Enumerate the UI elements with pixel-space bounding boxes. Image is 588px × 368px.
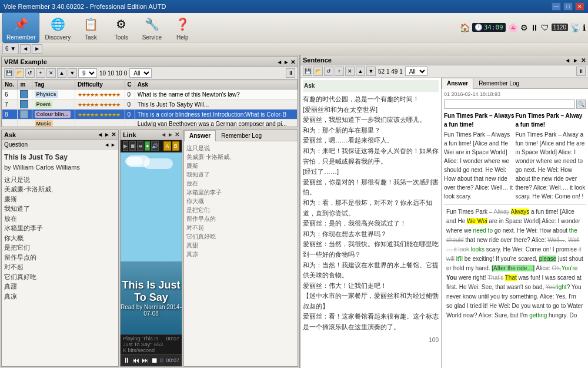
- sent-btn-up[interactable]: ▲: [356, 67, 365, 76]
- highlight-always: Always: [511, 208, 530, 215]
- sentence-main: Ask 有趣的时代公园，总是一个有趣的时间！ [爱丽丝和和为在太空世界] 爱丽丝…: [300, 78, 588, 368]
- menu-remember[interactable]: 📌 Remember: [2, 12, 39, 43]
- next-btn[interactable]: ⏭: [142, 356, 149, 364]
- table-row[interactable]: 8 Colour blin... ★★★★★ ★★★★★ 0 This is a…: [2, 110, 298, 120]
- vrm-btn-refresh[interactable]: ↺: [25, 68, 35, 78]
- tab-remember-log[interactable]: Remember Log: [216, 130, 267, 141]
- flower-icon[interactable]: 🌸: [508, 23, 518, 32]
- col-m: m: [18, 80, 32, 89]
- ask-header: Ask ◄ ► ✕: [2, 130, 118, 140]
- toolbar2-nav2[interactable]: ►: [32, 44, 42, 54]
- vrm-btn-save[interactable]: 💾: [4, 68, 14, 78]
- sent-filter[interactable]: All: [405, 67, 427, 76]
- close-btn[interactable]: ✕: [575, 2, 584, 11]
- menu-tools[interactable]: ⚙ Tools: [106, 12, 136, 43]
- ask-subheader: Question ◄ ►: [2, 140, 118, 150]
- vrm-btn-delete[interactable]: ✕: [46, 68, 56, 78]
- strike-should: should: [446, 237, 463, 243]
- home-icon[interactable]: 🏠: [460, 23, 470, 32]
- answer-content: 这只是说 美威廉·卡洛斯威, 廉斯 我知道了 放在 冰箱里的李子 你大概 是把它…: [184, 141, 298, 366]
- sent-btn-down[interactable]: ▼: [366, 67, 376, 76]
- task-icon: 📋: [81, 15, 100, 34]
- vrm-filter-dropdown[interactable]: All: [129, 68, 152, 78]
- titlebar: Vole Remember 3.40.60202 - Professional …: [0, 0, 588, 13]
- settings-icon[interactable]: ⚙: [520, 23, 528, 32]
- sent-btn-refresh[interactable]: ↺: [324, 67, 333, 76]
- menu-discovery[interactable]: 🌐 Discovery: [41, 12, 75, 43]
- ask-sub-prev[interactable]: ◄: [104, 142, 109, 148]
- link-main-title: This Is Just To Say: [121, 279, 182, 304]
- tab-answer[interactable]: Answer: [184, 130, 216, 141]
- minimize-btn[interactable]: —: [552, 2, 561, 11]
- vrm-btn-add[interactable]: +: [36, 68, 45, 78]
- link-sub-title: Read by Norman 2014-07-08: [121, 304, 182, 317]
- sentence-nav-next[interactable]: ►: [573, 57, 579, 64]
- stop-btn[interactable]: ⏹: [151, 356, 158, 364]
- discovery-label: Discovery: [45, 34, 71, 41]
- ask-nav-next[interactable]: ►: [104, 131, 110, 138]
- menu-service[interactable]: 🔧 Service: [137, 12, 166, 43]
- info-icon[interactable]: ℹ: [583, 23, 586, 32]
- vrm-close[interactable]: ✕: [290, 59, 295, 65]
- progress-bar[interactable]: [161, 358, 163, 363]
- sent-btn-pause[interactable]: ⏸: [576, 67, 586, 76]
- menu-help[interactable]: ❓ Help: [168, 12, 197, 43]
- link-btn2[interactable]: ⏹: [129, 141, 136, 151]
- answer-search-btn[interactable]: 🔍: [576, 100, 586, 109]
- table-row[interactable]: 6 Physics ★★★★★ ★★★★★ 0 What is the name…: [2, 89, 298, 100]
- link-btn1[interactable]: ▶: [123, 141, 128, 151]
- sentence-title: Sentence: [303, 57, 332, 64]
- text-getting: getting: [529, 312, 547, 319]
- window-controls[interactable]: — □ ✕: [552, 2, 584, 11]
- toolbar2-btn1[interactable]: 6 ▼: [2, 44, 19, 54]
- strike-oh: Oh,: [552, 265, 562, 271]
- vrm-btn-open[interactable]: 📂: [15, 68, 24, 78]
- toolbar2-nav1[interactable]: ◄: [20, 44, 31, 54]
- link-nav-next[interactable]: ►: [168, 131, 173, 138]
- link-btn3[interactable]: ⏮: [137, 141, 143, 151]
- link-toolbar: ▶ ⏹ ⏮ ● 🔊 A B: [121, 140, 182, 152]
- vrm-num-dropdown[interactable]: 9: [78, 68, 97, 78]
- sent-btn-add[interactable]: +: [335, 67, 344, 76]
- vrm-btn-down[interactable]: ▼: [68, 68, 77, 78]
- ask-close[interactable]: ✕: [111, 131, 116, 138]
- highlight-please: please: [539, 256, 556, 262]
- link-btn-gold1[interactable]: A: [163, 141, 171, 151]
- shield-icon[interactable]: 🛡: [541, 23, 549, 32]
- link-btn-gold2[interactable]: B: [172, 141, 179, 151]
- table-row[interactable]: 7 Poem ★★★★★ ★★★★★ 0 This Is Just To Say…: [2, 100, 298, 110]
- table-row[interactable]: Music Ludwig van Beethoven was a German …: [2, 120, 298, 127]
- sent-btn-open[interactable]: 📂: [313, 67, 323, 76]
- prev-btn[interactable]: ⏮: [132, 356, 139, 364]
- sentence-close[interactable]: ✕: [581, 57, 586, 64]
- rss-icon[interactable]: 📡: [570, 23, 580, 32]
- link-playing-text: Playing 'This Is Just To Say': 653 K bit…: [123, 336, 166, 353]
- menu-task[interactable]: 📋 Task: [76, 12, 105, 43]
- sent-tab-answer[interactable]: Answer: [442, 78, 473, 89]
- ask-sub-next[interactable]: ►: [111, 142, 116, 148]
- sentence-ask-text: 有趣的时代公园，总是一个有趣的时间！ [爱丽丝和和为在太空世界] 爱丽丝，我想知…: [303, 94, 439, 333]
- vrm-btn-up[interactable]: ▲: [57, 68, 66, 78]
- col-c: C: [125, 80, 135, 89]
- pause-icon[interactable]: ⏸: [530, 23, 539, 32]
- vrm-nav-next[interactable]: ►: [283, 59, 289, 65]
- help-icon: ❓: [173, 15, 192, 34]
- play-btn[interactable]: ⏸: [123, 356, 130, 364]
- sent-btn-save[interactable]: 💾: [303, 67, 312, 76]
- link-player: ⏸ ⏮ ⏭ ⏹ 00:07: [121, 354, 182, 366]
- col1-header: Fun Times Park – Always a fun time!: [444, 111, 514, 129]
- answer-search-input[interactable]: [444, 100, 575, 109]
- maximize-btn[interactable]: □: [563, 2, 573, 11]
- link-btn4[interactable]: ●: [145, 141, 150, 151]
- ask-nav-prev[interactable]: ◄: [97, 131, 103, 138]
- vrm-btn-pause[interactable]: ⏸: [286, 68, 295, 78]
- link-btn5[interactable]: 🔊: [151, 141, 159, 151]
- link-close[interactable]: ✕: [175, 131, 179, 138]
- sentence-ask-content[interactable]: Ask 有趣的时代公园，总是一个有趣的时间！ [爱丽丝和和为在太空世界] 爱丽丝…: [300, 78, 442, 368]
- sentence-nav-prev[interactable]: ◄: [564, 57, 570, 64]
- sent-btn-delete[interactable]: ✕: [345, 67, 355, 76]
- vrm-nav-prev[interactable]: ◄: [276, 59, 282, 65]
- sent-tab-log[interactable]: Remember Log: [473, 78, 524, 88]
- link-nav-prev[interactable]: ◄: [161, 131, 166, 138]
- sentence-answer-content[interactable]: 01 2016-02-14 18:18:93 🔍 Fun Times Park …: [442, 89, 588, 368]
